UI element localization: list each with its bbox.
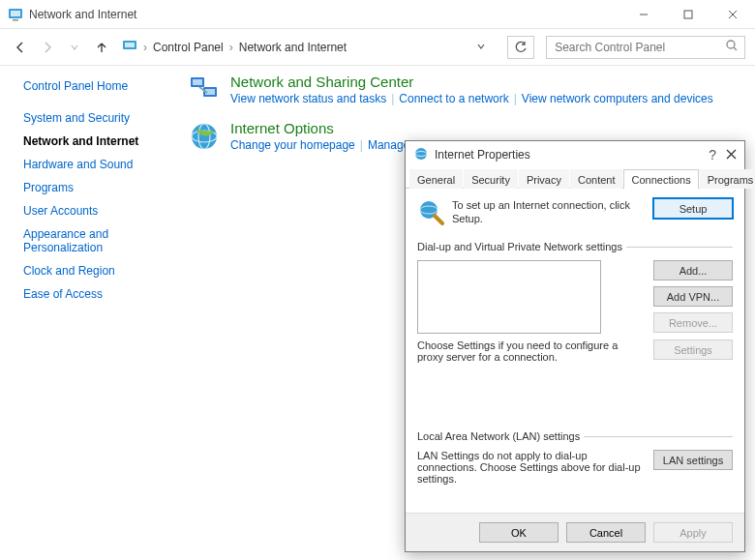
control-panel-small-icon [122,38,137,56]
connections-listbox[interactable] [417,260,601,334]
svg-point-18 [415,148,427,160]
dialog-tabs: GeneralSecurityPrivacyContentConnections… [406,168,744,189]
svg-rect-4 [684,11,692,18]
sidebar-item[interactable]: Programs [23,176,170,199]
remove-button[interactable]: Remove... [653,312,733,333]
category-title[interactable]: Internet Options [230,120,698,136]
svg-point-9 [727,41,735,48]
tab-privacy[interactable]: Privacy [519,169,569,189]
cancel-button[interactable]: Cancel [566,522,646,543]
apply-button[interactable]: Apply [653,522,733,543]
svg-line-10 [734,47,737,50]
vpn-settings-legend: Dial-up and Virtual Private Network sett… [417,241,626,252]
sidebar-item[interactable]: Clock and Region [23,259,170,282]
proxy-instruction-text: Choose Settings if you need to configure… [417,339,644,363]
chevron-right-icon[interactable]: › [227,41,235,54]
link-separator: | [386,92,399,105]
sidebar-item[interactable]: User Accounts [23,199,170,222]
dialog-title: Internet Properties [435,148,530,162]
search-input[interactable] [553,40,719,55]
chevron-right-icon[interactable]: › [141,41,149,54]
tab-security[interactable]: Security [464,169,518,189]
up-button[interactable] [91,37,112,58]
svg-point-15 [192,124,217,149]
vpn-settings-group: Dial-up and Virtual Private Network sett… [417,241,733,363]
recent-dropdown[interactable] [64,37,85,58]
ok-button[interactable]: OK [479,522,559,543]
category-link[interactable]: View network status and tasks [230,92,386,105]
forward-button[interactable] [37,37,58,58]
dialog-help-button[interactable]: ? [709,147,716,162]
sidebar-item[interactable]: System and Security [23,106,170,130]
address-dropdown[interactable] [470,41,492,54]
network-sharing-icon[interactable] [188,74,221,106]
svg-rect-2 [13,19,18,21]
close-button[interactable] [710,0,755,29]
explorer-navbar: › Control Panel › Network and Internet [0,29,755,66]
link-separator: | [509,92,522,105]
minimize-button[interactable] [621,0,666,29]
add-button[interactable]: Add... [653,260,733,280]
category-link[interactable]: View network computers and devices [522,92,713,105]
settings-button[interactable]: Settings [653,339,733,360]
svg-rect-12 [193,79,202,85]
svg-rect-1 [11,11,20,16]
search-box[interactable] [546,36,745,59]
dialog-titlebar: Internet Properties ? [406,141,744,168]
refresh-button[interactable] [507,36,534,59]
tab-content[interactable]: Content [570,169,623,189]
tab-programs[interactable]: Programs [700,169,755,189]
sidebar-item[interactable]: Hardware and Sound [23,153,170,176]
lan-settings-button[interactable]: LAN settings [653,450,733,470]
search-icon[interactable] [719,39,739,55]
control-panel-home-link[interactable]: Control Panel Home [23,79,170,93]
sidebar-item[interactable]: Ease of Access [23,282,170,306]
category-link[interactable]: Change your homepage [230,138,355,152]
dialog-footer: OK Cancel Apply [406,513,744,551]
link-separator: | [355,138,368,152]
tab-general[interactable]: General [409,169,463,189]
internet-properties-dialog: Internet Properties ? GeneralSecurityPri… [405,140,745,552]
maximize-button[interactable] [666,0,710,29]
svg-rect-8 [125,43,135,47]
window-titlebar: Network and Internet [0,0,755,29]
setup-button[interactable]: Setup [653,198,733,219]
connection-wizard-icon [417,198,444,227]
breadcrumb-root[interactable]: Control Panel [153,41,224,54]
address-bar[interactable]: › Control Panel › Network and Internet [118,36,496,59]
category-network-sharing: Network and Sharing Center View network … [188,74,745,106]
tab-connections[interactable]: Connections [623,169,698,189]
internet-options-small-icon [413,146,429,164]
lan-settings-group: Local Area Network (LAN) settings LAN Se… [417,430,733,485]
lan-settings-legend: Local Area Network (LAN) settings [417,430,584,442]
add-vpn-button[interactable]: Add VPN... [653,286,733,307]
setup-instruction-text: To set up an Internet connection, click … [452,198,646,226]
category-link[interactable]: Connect to a network [399,92,508,105]
category-title[interactable]: Network and Sharing Center [230,74,713,90]
window-title: Network and Internet [29,8,136,21]
back-button[interactable] [10,37,31,58]
dialog-close-button[interactable] [726,147,737,162]
control-panel-icon [8,7,23,22]
sidebar-item[interactable]: Network and Internet [23,130,170,153]
sidebar: Control Panel Home System and SecurityNe… [0,66,184,560]
lan-instruction-text: LAN Settings do not apply to dial-up con… [417,450,644,485]
internet-options-icon[interactable] [188,120,221,153]
sidebar-item[interactable]: Appearance and Personalization [23,222,170,259]
breadcrumb-current[interactable]: Network and Internet [239,41,347,54]
